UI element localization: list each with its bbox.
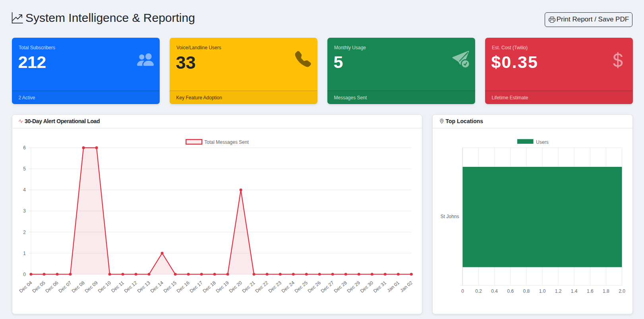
svg-text:3: 3 [23,208,26,214]
svg-text:0: 0 [461,288,464,294]
svg-text:Dec 13: Dec 13 [136,280,151,294]
svg-text:Dec 24: Dec 24 [280,280,296,294]
svg-text:6: 6 [23,145,26,151]
svg-text:Jan 01: Jan 01 [386,280,400,293]
svg-text:Dec 16: Dec 16 [176,280,191,294]
svg-text:1.2: 1.2 [555,288,562,294]
svg-text:Dec 20: Dec 20 [228,280,243,294]
svg-text:Dec 23: Dec 23 [267,280,282,294]
svg-text:Dec 28: Dec 28 [333,280,348,294]
svg-text:Total Messages Sent: Total Messages Sent [205,139,249,145]
svg-text:Dec 14: Dec 14 [149,280,164,294]
svg-text:Dec 08: Dec 08 [71,280,86,294]
svg-text:Dec 19: Dec 19 [215,280,230,294]
svg-text:1.6: 1.6 [587,288,594,294]
svg-text:Jan 02: Jan 02 [399,280,414,293]
svg-text:Dec 07: Dec 07 [57,280,72,294]
svg-text:Dec 06: Dec 06 [44,280,59,294]
svg-text:1.8: 1.8 [603,288,609,294]
svg-text:0.4: 0.4 [491,288,498,294]
svg-text:Dec 31: Dec 31 [372,280,387,294]
svg-text:0.8: 0.8 [523,288,530,294]
svg-text:Dec 15: Dec 15 [162,280,178,294]
svg-text:1.0: 1.0 [539,288,546,294]
svg-text:Dec 10: Dec 10 [97,280,112,294]
svg-text:4: 4 [23,187,26,193]
svg-text:Dec 30: Dec 30 [359,280,374,294]
svg-text:2: 2 [23,230,26,235]
svg-text:Dec 11: Dec 11 [110,280,125,294]
svg-text:Dec 04: Dec 04 [18,280,33,294]
svg-text:Dec 27: Dec 27 [320,280,335,294]
svg-text:0: 0 [23,272,26,277]
svg-text:Dec 17: Dec 17 [189,280,204,294]
svg-text:1: 1 [23,251,26,256]
svg-text:Dec 21: Dec 21 [241,280,256,294]
svg-text:0.2: 0.2 [475,288,482,294]
svg-text:1.4: 1.4 [571,288,578,294]
svg-text:St Johns: St Johns [441,214,459,219]
svg-text:Dec 12: Dec 12 [123,280,138,294]
svg-text:Dec 05: Dec 05 [31,280,46,294]
svg-text:0.6: 0.6 [507,288,514,294]
svg-text:Users: Users [536,139,548,145]
svg-text:5: 5 [23,166,26,172]
svg-text:Dec 09: Dec 09 [84,280,99,294]
svg-text:Dec 29: Dec 29 [346,280,361,294]
svg-text:Dec 22: Dec 22 [254,280,269,294]
svg-text:Dec 25: Dec 25 [294,280,309,294]
svg-text:Dec 26: Dec 26 [307,280,322,294]
svg-text:Dec 18: Dec 18 [202,280,217,294]
svg-text:2.0: 2.0 [619,288,625,294]
